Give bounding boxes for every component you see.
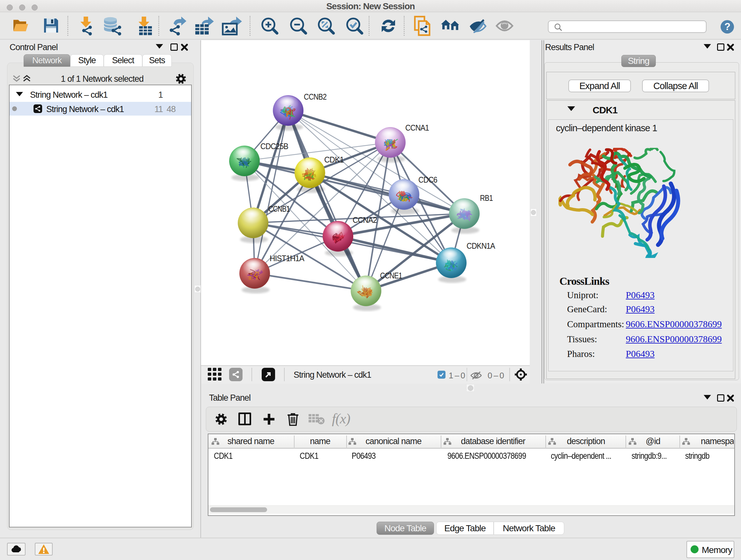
svg-text:CDC6: CDC6 <box>418 175 437 185</box>
svg-text:CDK1: CDK1 <box>324 155 344 165</box>
svg-text:CCNA1: CCNA1 <box>405 123 429 132</box>
svg-text:CCNB2: CCNB2 <box>304 92 327 102</box>
svg-text:HIST1H1A: HIST1H1A <box>270 253 305 263</box>
svg-text:CCNA2: CCNA2 <box>353 215 377 225</box>
svg-text:CDC25B: CDC25B <box>260 141 288 151</box>
svg-text:RB1: RB1 <box>480 193 493 203</box>
svg-text:CCNB1: CCNB1 <box>268 204 290 213</box>
svg-text:CDKN1A: CDKN1A <box>467 241 495 251</box>
svg-text:CCNE1: CCNE1 <box>380 271 402 280</box>
